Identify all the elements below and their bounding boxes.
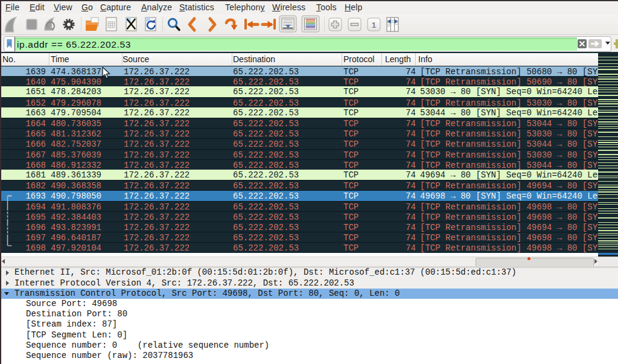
svg-text:1: 1 (372, 21, 377, 30)
